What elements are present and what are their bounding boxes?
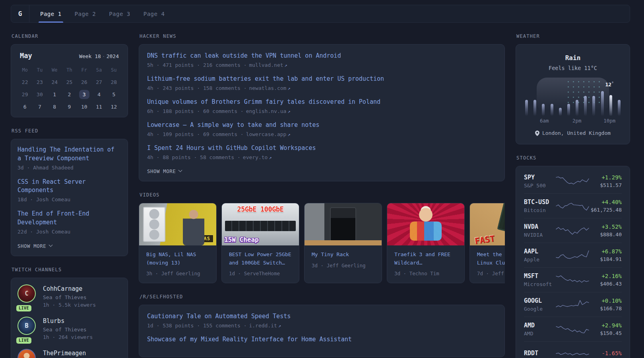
rss-item-title[interactable]: The End of Front-End Development [17, 210, 121, 227]
news-item-domain[interactable]: every.to↗ [243, 154, 272, 160]
stock-values: +2.94% $150.45 [590, 322, 622, 336]
rss-item: CSS in React Server Components 18d · Jos… [17, 178, 121, 203]
news-item-domain[interactable]: lowercase.app↗ [246, 131, 291, 137]
rss-item-meta: 18d · Josh Comeau [17, 197, 121, 202]
twitch-channel-name[interactable]: CohhCarnage [43, 285, 96, 292]
news-item: Unique volumes of Brothers Grimm fairy t… [147, 98, 497, 114]
twitch-channel-name[interactable]: ThePrimeagen [43, 350, 86, 357]
rss-show-more-button[interactable]: SHOW MORE [17, 243, 52, 249]
stock-name: Apple [524, 257, 555, 263]
calendar-day[interactable]: 29 [17, 88, 32, 101]
stock-row[interactable]: SPY S&P 500 +1.29% $511.57 [524, 169, 622, 193]
calendar-day[interactable]: 8 [47, 101, 62, 113]
calendar-day[interactable]: 6 [17, 101, 32, 113]
news-item-domain[interactable]: newatlas.com↗ [249, 85, 290, 91]
news-item-title[interactable]: Lithium-free sodium batteries exit the l… [147, 75, 497, 83]
stock-row[interactable]: GOOGL Google +0.10% $166.78 [524, 292, 622, 317]
stock-row[interactable]: NVDA NVIDIA +3.52% $888.40 [524, 218, 622, 243]
video-thumbnail[interactable] [387, 203, 464, 245]
news-item-title[interactable]: I Spent 24 Hours with GitHub Copilot Wor… [147, 144, 497, 152]
stock-row[interactable]: BTC-USD Bitcoin +4.40% $61,725.48 [524, 193, 622, 218]
twitch-channel-game[interactable]: Sea of Thieves [43, 327, 93, 333]
twitch-avatar-wrap: B LIVE [17, 317, 37, 340]
weather-bar [609, 95, 612, 116]
calendar-day[interactable]: 24 [47, 76, 62, 88]
twitch-channel-row[interactable]: ThePrimeagen [17, 349, 121, 358]
nav-tab[interactable]: Page 2 [75, 5, 96, 22]
calendar-day-number: 4 [94, 90, 104, 99]
news-item-domain[interactable]: english.nv.ua↗ [246, 108, 291, 114]
calendar-day[interactable]: 30 [32, 88, 47, 101]
reddit-widget: Cautionary Tale on Automated Speed Tests… [139, 305, 505, 357]
stock-ticker: BTC-USD [524, 198, 555, 206]
calendar-day[interactable]: 11 [91, 101, 106, 113]
rss-item-title[interactable]: Handling The Indentation of a Treeview C… [17, 146, 121, 163]
twitch-channel-game[interactable]: Sea of Thieves [43, 294, 96, 300]
twitch-channel-row[interactable]: C LIVE CohhCarnage Sea of Thieves 1h · 5… [17, 284, 121, 308]
video-title[interactable]: Big NAS, Lil NAS (moving 13) [146, 251, 209, 267]
video-title[interactable]: Meet the FASTEST Linux Cluster [477, 251, 505, 267]
location-pin-icon [535, 130, 539, 136]
stock-identity: BTC-USD Bitcoin [524, 198, 555, 213]
weather-bar [542, 104, 545, 116]
video-thumbnail[interactable]: FAST [470, 203, 505, 245]
stock-sparkline [555, 200, 590, 212]
calendar-day[interactable]: 10 [77, 101, 91, 113]
calendar-day[interactable]: 7 [32, 101, 47, 113]
video-card: 25GbE 100GbE 15W Cheap BEST Low Power 25… [221, 203, 299, 283]
avatar: B [17, 317, 36, 335]
stock-values: +0.10% $166.78 [590, 298, 622, 311]
calendar-day[interactable]: 22 [17, 76, 32, 88]
news-item-title[interactable]: Unique volumes of Brothers Grimm fairy t… [147, 98, 497, 106]
right-column: WEATHER Rain Feels like 11°C 12° [516, 33, 630, 358]
calendar-day[interactable]: 25 [62, 76, 77, 88]
news-item-title[interactable]: Lowercase – A simple way to take and sha… [147, 121, 497, 129]
stock-row[interactable]: AMD AMD +2.94% $150.45 [524, 317, 622, 341]
video-thumbnail[interactable] [305, 203, 382, 245]
calendar-day[interactable]: 12 [107, 101, 121, 113]
calendar-day[interactable]: 5 [107, 88, 121, 101]
weather-bar [551, 104, 553, 116]
news-item-domain[interactable]: i.redd.it↗ [249, 323, 281, 329]
video-thumbnail[interactable]: LIL NAS [139, 203, 216, 245]
stock-row[interactable]: MSFT Microsoft +2.16% $406.43 [524, 267, 622, 292]
stock-row[interactable]: AAPL Apple +6.87% $184.91 [524, 243, 622, 267]
video-title[interactable]: My Tiny Rack [312, 251, 374, 259]
video-thumbnail[interactable]: 25GbE 100GbE 15W Cheap [222, 203, 299, 245]
app-logo[interactable]: G [11, 5, 29, 22]
news-item-title[interactable]: Cautionary Tale on Automated Speed Tests [147, 312, 497, 321]
calendar-day[interactable]: 2 [62, 88, 77, 101]
avatar-initial: C [25, 290, 28, 297]
stock-name: Microsoft [524, 281, 555, 287]
weather-location: London, United Kingdom [524, 130, 622, 136]
calendar-day-number: 12 [107, 102, 121, 111]
nav-tab[interactable]: Page 1 [40, 5, 62, 22]
calendar-day[interactable]: 9 [62, 101, 77, 113]
calendar-day[interactable]: 4 [91, 88, 106, 101]
calendar-day[interactable]: 28 [107, 76, 121, 88]
news-item-domain[interactable]: mullvad.net↗ [249, 62, 287, 68]
calendar-day-grid: 22 23 24 25 26 27 28 29 30 1 2 3 4 5 6 [17, 76, 121, 113]
stock-values: +4.40% $61,725.48 [590, 199, 622, 213]
rss-item: The End of Front-End Development 22d · J… [17, 210, 121, 235]
calendar-day[interactable]: 3 [77, 88, 91, 101]
stock-ticker: AMD [524, 322, 555, 329]
calendar-day[interactable]: 1 [47, 88, 62, 101]
news-item: Lithium-free sodium batteries exit the l… [147, 75, 497, 91]
calendar-day[interactable]: 26 [77, 76, 91, 88]
stock-row[interactable]: RDDT -1.65% [524, 341, 622, 358]
twitch-channel-row[interactable]: B LIVE Blurbs Sea of Thieves 1h · 264 vi… [17, 317, 121, 340]
twitch-channel-name[interactable]: Blurbs [43, 317, 93, 325]
video-title[interactable]: Traefik 3 and FREE Wildcard… [394, 251, 457, 267]
news-item-title[interactable]: Showcase of my Mixed Reality Interface f… [147, 335, 497, 344]
calendar-day[interactable]: 27 [91, 76, 106, 88]
nav-tab[interactable]: Page 4 [144, 5, 165, 22]
hackernews-list: DNS traffic can leak outside the VPN tun… [147, 52, 497, 160]
video-title[interactable]: BEST Low Power 25GbE and 100GbE Switch… [229, 251, 292, 267]
news-item-title[interactable]: DNS traffic can leak outside the VPN tun… [147, 52, 497, 60]
calendar-day[interactable]: 23 [32, 76, 47, 88]
nav-tab[interactable]: Page 3 [109, 5, 130, 22]
rss-item-title[interactable]: CSS in React Server Components [17, 178, 121, 195]
hackernews-show-more-button[interactable]: SHOW MORE [147, 168, 182, 174]
video-card: Traefik 3 and FREE Wildcard… 3d · Techno… [387, 203, 465, 283]
